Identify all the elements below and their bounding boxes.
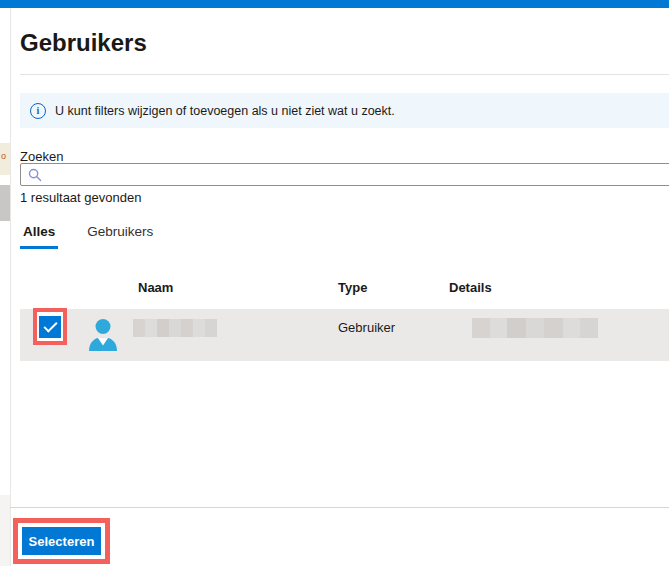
- panel-edge-divider: [10, 8, 11, 566]
- tab-gebruikers[interactable]: Gebruikers: [84, 221, 156, 249]
- redacted-name-value: [133, 319, 217, 337]
- search-icon: [28, 168, 42, 182]
- result-count-text: 1 resultaat gevonden: [20, 190, 141, 205]
- redacted-details-value: [472, 318, 598, 338]
- tab-bar: Alles Gebruikers: [20, 221, 156, 249]
- row-checkbox[interactable]: [39, 316, 61, 338]
- background-text-fragment: o: [1, 152, 6, 161]
- background-block-beige: o: [0, 143, 10, 175]
- search-input[interactable]: [48, 165, 669, 185]
- table-row[interactable]: Gebruiker: [20, 309, 669, 361]
- search-label: Zoeken: [20, 149, 63, 164]
- info-icon: i: [30, 103, 46, 119]
- footer-divider: [10, 507, 669, 508]
- background-block-gray: [0, 185, 10, 221]
- select-button[interactable]: Selecteren: [22, 527, 101, 555]
- row-type-value: Gebruiker: [338, 320, 395, 335]
- column-header-details: Details: [449, 280, 492, 295]
- annotation-highlight-checkbox: [33, 308, 67, 345]
- top-accent-bar: [0, 0, 669, 8]
- annotation-highlight-select-button: Selecteren: [13, 518, 110, 564]
- column-header-type: Type: [338, 280, 367, 295]
- person-icon: [85, 317, 121, 353]
- checkmark-icon: [43, 318, 57, 332]
- background-block-bottom: [0, 495, 10, 566]
- tab-alles[interactable]: Alles: [20, 221, 58, 249]
- info-banner-text: U kunt filters wijzigen of toevoegen als…: [55, 104, 395, 118]
- title-divider: [20, 74, 669, 75]
- search-box[interactable]: [20, 163, 669, 186]
- page-title: Gebruikers: [20, 29, 147, 57]
- info-banner: i U kunt filters wijzigen of toevoegen a…: [20, 93, 669, 128]
- column-header-naam: Naam: [138, 280, 173, 295]
- background-page-strip: o: [0, 8, 10, 566]
